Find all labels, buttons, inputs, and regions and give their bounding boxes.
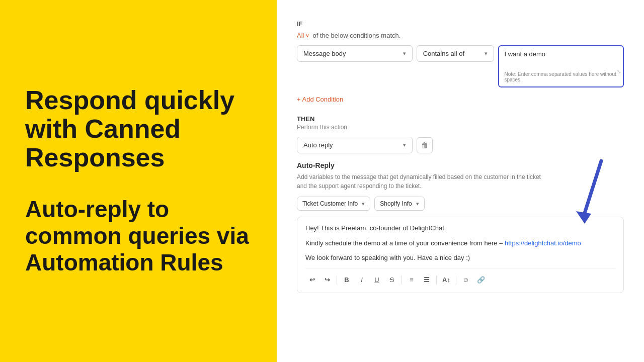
strikethrough-button[interactable]: S <box>385 274 398 287</box>
condition-row: All of the below conditions match. <box>297 32 624 39</box>
emoji-button[interactable]: ☺ <box>459 274 472 287</box>
right-panel: IF All of the below conditions match. Me… <box>277 0 644 362</box>
conditions-text: of the below conditions match. <box>312 32 400 39</box>
if-label: IF <box>297 20 624 28</box>
demo-link[interactable]: https://delightchat.io/demo <box>505 239 581 247</box>
message-line2: Kindly schedule the demo at a time of yo… <box>305 238 615 248</box>
ticket-customer-info-dropdown[interactable]: Ticket Customer Info ▾ <box>297 197 370 211</box>
contains-label: Contains all of <box>423 50 464 57</box>
then-label: THEN <box>297 115 624 123</box>
bold-button[interactable]: B <box>340 274 353 287</box>
blue-arrow-icon <box>574 156 614 226</box>
list-button[interactable]: ☰ <box>420 274 433 287</box>
editor-toolbar: ↩ ↪ B I U S ≡ ☰ A↕ ☺ 🔗 <box>305 268 615 287</box>
auto-reply-desc: Add variables to the message that get dy… <box>297 172 548 191</box>
delete-action-button[interactable]: 🗑 <box>417 137 433 153</box>
chevron-down-icon: ▾ <box>416 201 419 207</box>
condition-fields: Message body ▾ Contains all of ▾ I want … <box>297 45 624 87</box>
shopify-info-dropdown[interactable]: Shopify Info ▾ <box>374 197 424 211</box>
add-condition-button[interactable]: + Add Condition <box>297 96 624 103</box>
value-note: Note: Enter comma separated values here … <box>504 71 618 82</box>
perform-label: Perform this action <box>297 124 624 131</box>
chevron-down-icon: ▾ <box>403 142 406 148</box>
chevron-down-icon: ▾ <box>403 50 406 57</box>
toolbar-separator <box>337 276 337 285</box>
align-button[interactable]: ≡ <box>405 274 418 287</box>
message-body-label: Message body <box>303 50 346 57</box>
auto-reply-dropdown[interactable]: Auto reply ▾ <box>297 137 413 153</box>
value-input-wrapper[interactable]: I want a demo ⤡ Note: Enter comma separa… <box>498 45 624 87</box>
svg-marker-1 <box>576 211 591 224</box>
resize-handle-icon: ⤡ <box>617 69 621 74</box>
undo-button[interactable]: ↩ <box>305 274 318 287</box>
auto-reply-label: Auto reply <box>303 141 333 149</box>
message-line1: Hey! This is Preetam, co-founder of Deli… <box>305 223 615 233</box>
svg-line-0 <box>584 161 601 216</box>
toolbar-separator <box>456 276 456 285</box>
headline-canned-responses: Respond quickly with Canned Responses <box>25 86 252 172</box>
chevron-down-icon: ▾ <box>485 50 488 57</box>
contains-all-of-dropdown[interactable]: Contains all of ▾ <box>417 45 495 62</box>
left-panel: Respond quickly with Canned Responses Au… <box>0 0 277 362</box>
message-line3: We look forward to speaking with you. Ha… <box>305 253 615 263</box>
ticket-customer-info-label: Ticket Customer Info <box>302 200 358 207</box>
underline-button[interactable]: U <box>370 274 383 287</box>
toolbar-separator <box>436 276 437 285</box>
link-button[interactable]: 🔗 <box>474 274 488 287</box>
message-editor[interactable]: Hey! This is Preetam, co-founder of Deli… <box>297 217 624 293</box>
trash-icon: 🗑 <box>421 141 428 149</box>
toolbar-separator <box>401 276 402 285</box>
value-input[interactable]: I want a demo <box>504 50 618 68</box>
all-dropdown[interactable]: All <box>297 32 309 39</box>
italic-button[interactable]: I <box>355 274 368 287</box>
font-size-button[interactable]: A↕ <box>440 274 453 287</box>
redo-button[interactable]: ↪ <box>320 274 334 287</box>
action-row: Auto reply ▾ 🗑 <box>297 137 624 153</box>
message-body-dropdown[interactable]: Message body ▾ <box>297 45 413 62</box>
headline-auto-reply: Auto-reply to common queries via Automat… <box>25 196 252 276</box>
chevron-down-icon: ▾ <box>362 201 365 207</box>
shopify-info-label: Shopify Info <box>380 200 412 207</box>
